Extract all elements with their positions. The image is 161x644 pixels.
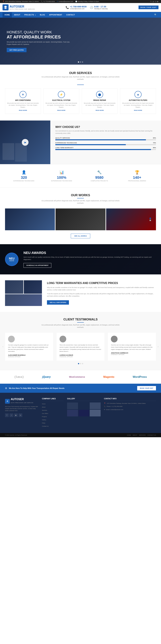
- gallery-thumb-6[interactable]: [90, 410, 101, 416]
- twitter-icon[interactable]: t: [9, 414, 13, 417]
- warranty-img-1: [5, 280, 23, 294]
- footer-bottom-services[interactable]: SERVICES: [139, 434, 146, 436]
- works-title: OUR WORKS: [5, 194, 156, 197]
- services-subtitle: Our professionals will perform diagnosti…: [39, 76, 122, 80]
- footer-link-projects[interactable]: Projects: [42, 415, 64, 418]
- schedule-appointment-button[interactable]: SCHEDULE AN APPOINTMENT: [23, 263, 51, 268]
- testimonial-dot-3[interactable]: [82, 363, 83, 364]
- service-readmore-1[interactable]: READ MORE: [7, 110, 39, 111]
- warranties-section: LONG TERM WARRANTIES AND COMPETITIVE PRI…: [0, 274, 161, 312]
- progress-bar-experience: [55, 144, 156, 145]
- footer-logo-text: AUTOSER: [11, 398, 33, 401]
- see-all-works-button[interactable]: SEE ALL WORKS: [71, 234, 90, 238]
- book-visit-button[interactable]: BOOK YOUR VISIT: [139, 6, 159, 9]
- testimonial-dots: [5, 363, 156, 364]
- footer-bottom: © 2021 AutoSer. All Rights Reserved. HOM…: [0, 433, 161, 437]
- gallery-thumb-3[interactable]: [90, 402, 101, 409]
- nav-home[interactable]: HOME: [2, 12, 12, 18]
- stat-label-4: PROFESSIONAL AWARDS: [120, 180, 154, 182]
- hero-dots: [78, 62, 83, 62]
- top-social[interactable]: f t g+ in ▶: [150, 1, 159, 2]
- footer-copyright: © 2021 AutoSer. All Rights Reserved.: [5, 434, 27, 436]
- nav-projects[interactable]: PROJECTS ▾: [22, 12, 38, 18]
- testimonial-dot-2[interactable]: [80, 363, 81, 364]
- works-header: OUR WORKS Our professionals will perform…: [5, 194, 156, 204]
- footer-link-contact[interactable]: Contact Us: [42, 425, 64, 427]
- footer-bottom-home[interactable]: HOME: [127, 434, 131, 436]
- awards-content: NEU AWARDS Get in touch with our quality…: [23, 251, 156, 268]
- works-nav-dot-1[interactable]: [150, 218, 151, 219]
- warranties-desc-1: Why do we consider ourselves to be the b…: [47, 286, 156, 291]
- footer-col-gallery: GALLERY: [67, 398, 101, 428]
- stat-number-2: 100%: [44, 176, 79, 180]
- footer-links-list: Home About Services Our Offers Projects …: [42, 402, 64, 427]
- top-bar-right: f t g+ in ▶: [150, 1, 159, 2]
- footer-link-faqs[interactable]: FAQs: [42, 422, 64, 424]
- testimonials-header: CLIENT TESTIMONIALS Our professionals wi…: [5, 318, 156, 328]
- progress-quality: QUALITY SERVICES 90%: [55, 137, 156, 140]
- work-item-3[interactable]: [106, 208, 156, 230]
- hero-cta-button[interactable]: GET FREE QUOTES: [7, 48, 26, 52]
- hero-dot-1[interactable]: [78, 62, 79, 62]
- avatar-3: [111, 336, 118, 342]
- electrical-icon: ⚡: [58, 91, 65, 98]
- avatar-1: [8, 336, 15, 342]
- see-all-offers-button[interactable]: SEE ALL OUR OFFERS: [47, 300, 69, 305]
- nav-contact[interactable]: CONTACT: [64, 12, 77, 18]
- warranties-images: [5, 280, 42, 306]
- search-icon[interactable]: 🔍: [153, 12, 159, 18]
- footer-col-contact: CONTACT INFO 📍 1372 Shoreline Parkway, M…: [104, 398, 156, 428]
- work-item-2[interactable]: [55, 208, 105, 230]
- nav-blog[interactable]: BLOG: [38, 12, 47, 18]
- footer-link-gallery[interactable]: Gallery: [42, 418, 64, 421]
- cta-strip-content: ⚙ We Are Here To Help With Your Transpor…: [5, 387, 64, 390]
- work-item-1[interactable]: [5, 208, 55, 230]
- facebook-icon[interactable]: f: [5, 414, 9, 417]
- testimonial-dot-1[interactable]: [78, 363, 79, 364]
- gallery-thumb-2[interactable]: [78, 402, 89, 409]
- footer-link-about[interactable]: About: [42, 406, 64, 408]
- nav-appointment[interactable]: APPOINTMENT: [47, 12, 64, 18]
- gallery-thumb-5[interactable]: [78, 410, 89, 416]
- hero-dot-3[interactable]: [82, 62, 83, 62]
- progress-bar-quality: [55, 139, 156, 140]
- works-nav-dot-2[interactable]: [150, 220, 151, 221]
- hero-dot-2[interactable]: [80, 62, 81, 62]
- person-icon: 👤: [7, 170, 41, 174]
- works-grid-container: [5, 208, 156, 230]
- testimonials-prev-arrow[interactable]: ‹: [2, 345, 3, 348]
- why-content: WHY CHOOSE US? Our commitment to you is …: [50, 120, 161, 164]
- avatar-2: [60, 336, 66, 342]
- youtube-icon[interactable]: ▶: [14, 414, 18, 417]
- gallery-thumb-4[interactable]: [67, 410, 78, 416]
- service-readmore-2[interactable]: READ MORE: [45, 110, 77, 111]
- cta-strip-text: We Are Here To Help With Your Transporta…: [9, 387, 64, 389]
- logo[interactable]: AUTOSER AUTO PRECISION CAR SERVICE: [2, 4, 35, 10]
- footer-link-home[interactable]: Home: [42, 402, 64, 405]
- testimonial-role-3: STRATEGY OFFICER: [111, 354, 153, 355]
- linkedin-icon[interactable]: in: [19, 414, 22, 417]
- footer-bottom-contact[interactable]: CONTACT US: [148, 434, 156, 436]
- footer-address-text: 1372 Shoreline Parkway, Mountain View CA…: [107, 402, 146, 404]
- footer-bottom-nav: HOME ABOUT SERVICES CONTACT US: [127, 434, 156, 436]
- stat-awards: 🏆 140+ PROFESSIONAL AWARDS: [118, 168, 156, 183]
- service-name-1: AIR CONDITIONING: [7, 99, 39, 101]
- footer-bottom-about[interactable]: ABOUT: [133, 434, 137, 436]
- brand-less: {less}: [14, 375, 24, 378]
- service-readmore-3[interactable]: READ MORE: [84, 110, 116, 111]
- testimonial-role-2: FINANCIAL OFFICER: [60, 356, 102, 358]
- footer-link-offers[interactable]: Our Offers: [42, 412, 64, 414]
- footer-logo-row: A AUTOSER AUTO PRECISION CAR SERVICE: [5, 398, 39, 405]
- percent-icon: 📊: [44, 170, 79, 174]
- testimonials-next-arrow[interactable]: ›: [158, 345, 159, 348]
- testimonial-name-3: JONATHAN AUERBACH: [111, 352, 153, 354]
- cta-strip-button[interactable]: BOOK YOUR VISIT: [137, 386, 156, 390]
- footer-link-services[interactable]: Services: [42, 409, 64, 411]
- footer-phone-text: Phone: +1 (770) 456-3058: [107, 406, 122, 407]
- footer-col-links-title: COMPANY LINES: [42, 398, 64, 401]
- gallery-thumb-1[interactable]: [67, 402, 78, 409]
- nav-about[interactable]: ABOUT: [12, 12, 22, 18]
- service-readmore-4[interactable]: READ MORE: [122, 110, 154, 111]
- header-contact: 📞 +1 708-899-9039 contact@autoser.com 🕐 …: [66, 5, 108, 10]
- hero-title: HONEST, QUALITY WORK AT AFFORDABLE PRICE…: [7, 30, 70, 40]
